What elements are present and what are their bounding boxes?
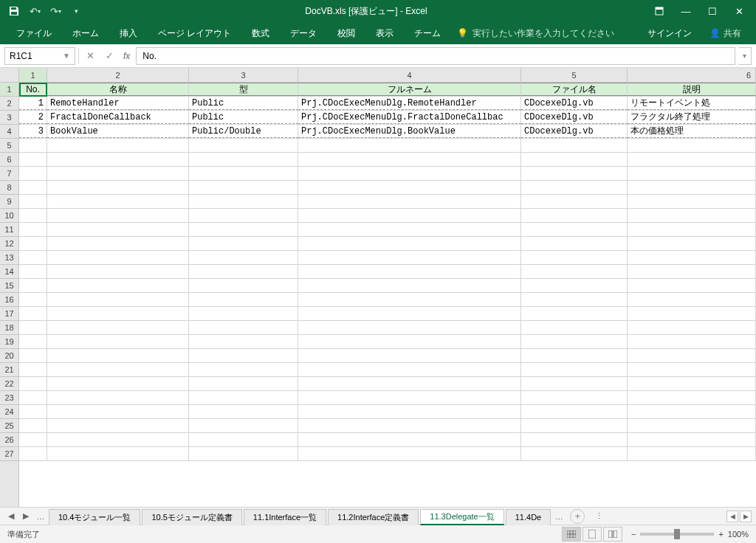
cell[interactable] xyxy=(19,377,47,390)
cell[interactable]: Prj.CDocExecMenuDlg.BookValue xyxy=(298,125,521,138)
ribbon-options-button[interactable] xyxy=(647,2,672,20)
cell[interactable]: Public xyxy=(189,97,298,110)
cell[interactable] xyxy=(521,363,628,376)
maximize-button[interactable]: ☐ xyxy=(700,2,725,20)
add-sheet-button[interactable]: + xyxy=(570,509,585,524)
enter-formula-button[interactable]: ✓ xyxy=(101,48,117,64)
cell[interactable] xyxy=(298,447,521,460)
cell[interactable] xyxy=(19,265,47,278)
cell[interactable] xyxy=(189,321,298,334)
cell[interactable] xyxy=(521,181,628,194)
cell[interactable] xyxy=(521,251,628,264)
header-cell[interactable]: No. xyxy=(19,83,47,96)
name-box[interactable]: R1C1▼ xyxy=(4,47,75,65)
col-header[interactable]: 1 xyxy=(19,68,47,82)
cell[interactable] xyxy=(47,181,189,194)
cell[interactable] xyxy=(19,195,47,208)
cell[interactable] xyxy=(628,391,756,404)
cell[interactable] xyxy=(628,293,756,306)
cell[interactable]: フラクタル終了処理 xyxy=(628,111,756,124)
zoom-slider[interactable] xyxy=(640,533,714,536)
cell[interactable] xyxy=(47,377,189,390)
view-normal-button[interactable] xyxy=(562,527,581,542)
sheet-nav-prev[interactable]: ▶ xyxy=(19,510,32,523)
row-header[interactable]: 9 xyxy=(0,195,18,209)
cell[interactable]: CDocexeDlg.vb xyxy=(521,111,628,124)
cell[interactable] xyxy=(189,391,298,404)
cell[interactable] xyxy=(19,167,47,180)
row-header[interactable]: 8 xyxy=(0,181,18,195)
cell[interactable] xyxy=(19,293,47,306)
cell[interactable] xyxy=(298,195,521,208)
ribbon-tab-insert[interactable]: 挿入 xyxy=(111,24,146,43)
cell[interactable]: FractalDoneCallback xyxy=(47,111,189,124)
header-cell[interactable]: 説明 xyxy=(628,83,756,96)
cell[interactable] xyxy=(521,209,628,222)
cell[interactable] xyxy=(189,349,298,362)
cell[interactable] xyxy=(189,293,298,306)
cell[interactable] xyxy=(298,209,521,222)
cell[interactable] xyxy=(521,377,628,390)
sheet-nav-more[interactable]: … xyxy=(34,510,47,523)
ribbon-tab-pagelayout[interactable]: ページ レイアウト xyxy=(149,24,240,43)
cell[interactable] xyxy=(521,195,628,208)
row-header[interactable]: 4 xyxy=(0,125,18,139)
cell[interactable] xyxy=(521,237,628,250)
cell[interactable]: BookValue xyxy=(47,125,189,138)
cell[interactable] xyxy=(521,153,628,166)
col-header[interactable]: 6 xyxy=(628,68,756,82)
cell[interactable] xyxy=(19,321,47,334)
cell[interactable] xyxy=(521,433,628,446)
cell[interactable] xyxy=(19,307,47,320)
cell[interactable] xyxy=(298,167,521,180)
cell[interactable] xyxy=(298,279,521,292)
cell[interactable] xyxy=(628,307,756,320)
row-header[interactable]: 13 xyxy=(0,251,18,265)
cell[interactable] xyxy=(298,335,521,348)
cell[interactable] xyxy=(189,363,298,376)
cell[interactable] xyxy=(19,237,47,250)
ribbon-tab-review[interactable]: 校閲 xyxy=(329,24,364,43)
header-cell[interactable]: ファイル名 xyxy=(521,83,628,96)
zoom-value[interactable]: 100% xyxy=(728,530,749,539)
save-button[interactable] xyxy=(4,2,24,20)
cell[interactable] xyxy=(628,181,756,194)
cell[interactable] xyxy=(47,419,189,432)
row-header[interactable]: 19 xyxy=(0,335,18,349)
cell[interactable] xyxy=(298,405,521,418)
cell[interactable] xyxy=(521,307,628,320)
formula-expand-button[interactable]: ▾ xyxy=(738,47,752,65)
row-header[interactable]: 27 xyxy=(0,447,18,461)
cell[interactable] xyxy=(189,209,298,222)
row-header[interactable]: 1 xyxy=(0,83,18,97)
cell[interactable] xyxy=(298,363,521,376)
cell[interactable] xyxy=(521,167,628,180)
cell[interactable]: RemoteHandler xyxy=(47,97,189,110)
row-header[interactable]: 17 xyxy=(0,307,18,321)
cell[interactable] xyxy=(189,447,298,460)
row-header[interactable]: 23 xyxy=(0,391,18,405)
cell[interactable] xyxy=(298,349,521,362)
cell[interactable] xyxy=(521,335,628,348)
cell[interactable]: Public xyxy=(189,111,298,124)
cell[interactable] xyxy=(298,391,521,404)
cell[interactable] xyxy=(521,391,628,404)
tell-me-search[interactable]: 💡実行したい作業を入力してください xyxy=(457,27,614,40)
cell[interactable] xyxy=(47,391,189,404)
sheet-tab[interactable]: 10.4モジュール一覧 xyxy=(49,509,140,525)
cell[interactable] xyxy=(19,335,47,348)
cancel-formula-button[interactable]: ✕ xyxy=(82,48,98,64)
sheet-tab[interactable]: 10.5モジュール定義書 xyxy=(142,509,241,525)
ribbon-tab-team[interactable]: チーム xyxy=(405,24,450,43)
cell[interactable] xyxy=(521,223,628,236)
cell[interactable] xyxy=(189,279,298,292)
header-cell[interactable]: 名称 xyxy=(47,83,189,96)
cell[interactable] xyxy=(521,293,628,306)
cell[interactable] xyxy=(298,251,521,264)
sheet-tab[interactable]: 11.1Interface一覧 xyxy=(244,509,326,525)
cell[interactable] xyxy=(189,335,298,348)
cell[interactable] xyxy=(298,307,521,320)
cell[interactable] xyxy=(298,419,521,432)
fx-icon[interactable]: fx xyxy=(120,51,133,61)
cell[interactable] xyxy=(19,391,47,404)
